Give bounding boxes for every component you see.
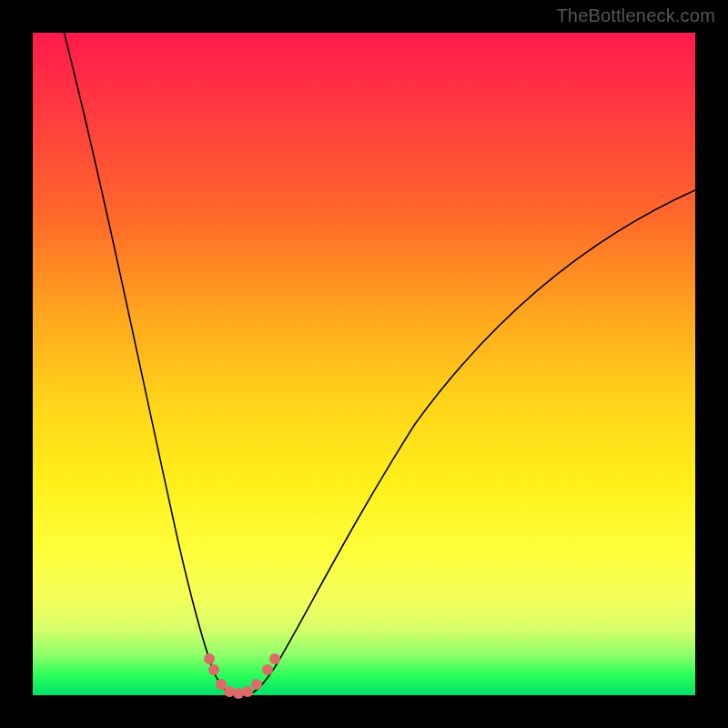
svg-point-2 [216,679,227,690]
svg-point-6 [251,679,262,690]
svg-point-4 [233,688,244,699]
svg-point-3 [224,686,235,697]
svg-point-5 [242,686,253,697]
svg-point-8 [269,653,280,664]
bottleneck-curve [33,33,695,695]
svg-point-1 [208,664,219,675]
chart-plot-area [33,33,695,695]
svg-point-0 [204,653,215,664]
svg-point-7 [262,664,273,675]
watermark-text: TheBottleneck.com [556,5,715,26]
